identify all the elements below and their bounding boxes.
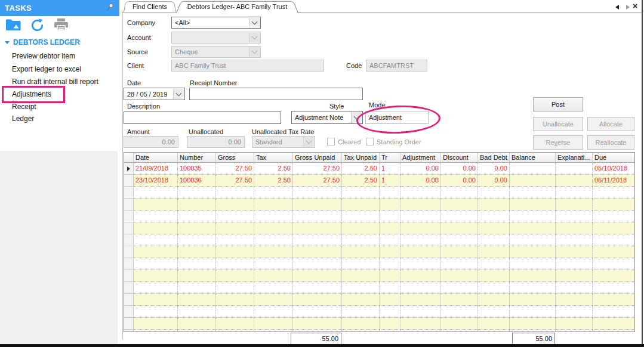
table-cell[interactable] bbox=[134, 270, 178, 282]
table-cell[interactable] bbox=[134, 199, 178, 210]
table-cell[interactable] bbox=[510, 282, 556, 294]
table-cell[interactable] bbox=[342, 318, 380, 330]
table-cell[interactable] bbox=[441, 199, 478, 210]
table-cell[interactable] bbox=[400, 282, 441, 294]
table-cell[interactable]: 2.50 bbox=[254, 163, 293, 175]
table-cell[interactable] bbox=[178, 222, 216, 234]
table-cell[interactable] bbox=[134, 282, 178, 294]
table-cell[interactable] bbox=[478, 199, 510, 210]
table-cell[interactable] bbox=[254, 222, 293, 234]
table-cell[interactable] bbox=[134, 330, 178, 332]
table-header-cell[interactable]: Number bbox=[178, 153, 216, 163]
description-input[interactable] bbox=[124, 111, 281, 124]
table-cell[interactable] bbox=[178, 270, 216, 282]
table-cell[interactable] bbox=[254, 199, 293, 210]
post-button[interactable]: Post bbox=[533, 97, 583, 111]
table-cell[interactable] bbox=[342, 294, 380, 306]
table-cell[interactable] bbox=[441, 270, 478, 282]
table-cell[interactable] bbox=[380, 318, 400, 330]
table-cell[interactable] bbox=[216, 234, 254, 246]
row-selector[interactable] bbox=[124, 282, 134, 294]
table-cell[interactable] bbox=[293, 258, 342, 270]
row-selector[interactable] bbox=[124, 330, 134, 332]
table-cell[interactable] bbox=[216, 222, 254, 234]
table-cell[interactable] bbox=[216, 306, 254, 318]
table-cell[interactable] bbox=[510, 199, 556, 210]
table-cell[interactable] bbox=[216, 330, 254, 332]
table-cell[interactable] bbox=[400, 306, 441, 318]
table-cell[interactable] bbox=[342, 306, 380, 318]
table-header-cell[interactable]: Gross Unpaid bbox=[293, 153, 342, 163]
table-cell[interactable] bbox=[254, 210, 293, 222]
table-cell[interactable]: 2.50 bbox=[342, 175, 380, 187]
row-selector[interactable] bbox=[124, 258, 134, 270]
table-cell[interactable] bbox=[178, 294, 216, 306]
table-cell[interactable] bbox=[254, 330, 293, 332]
table-cell[interactable] bbox=[134, 187, 178, 199]
table-cell[interactable] bbox=[441, 222, 478, 234]
amount-field[interactable]: 0.00 bbox=[124, 136, 178, 148]
table-cell[interactable] bbox=[556, 282, 593, 294]
table-cell[interactable] bbox=[593, 199, 635, 210]
table-cell[interactable] bbox=[293, 282, 342, 294]
source-select[interactable]: Cheque bbox=[171, 46, 261, 58]
table-cell[interactable] bbox=[380, 222, 400, 234]
table-cell[interactable] bbox=[254, 258, 293, 270]
table-cell[interactable]: 06/11/2018 bbox=[593, 175, 635, 187]
table-cell[interactable] bbox=[400, 258, 441, 270]
table-cell[interactable] bbox=[510, 210, 556, 222]
table-cell[interactable] bbox=[510, 306, 556, 318]
table-header-cell[interactable]: Bad Debt bbox=[478, 153, 510, 163]
table-cell[interactable] bbox=[216, 282, 254, 294]
table-header-cell[interactable]: Tr bbox=[380, 153, 400, 163]
table-cell[interactable] bbox=[478, 294, 510, 306]
chevron-down-icon[interactable] bbox=[173, 89, 184, 99]
table-cell[interactable]: 0.00 bbox=[400, 163, 441, 175]
table-header-cell[interactable]: Gross bbox=[216, 153, 254, 163]
table-cell[interactable] bbox=[556, 175, 593, 187]
table-cell[interactable] bbox=[556, 163, 593, 175]
table-cell[interactable] bbox=[400, 330, 441, 332]
table-cell[interactable] bbox=[380, 306, 400, 318]
table-cell[interactable] bbox=[293, 294, 342, 306]
table-cell[interactable] bbox=[593, 270, 635, 282]
table-cell[interactable] bbox=[293, 306, 342, 318]
chevron-down-icon[interactable] bbox=[351, 112, 362, 123]
table-cell[interactable] bbox=[178, 330, 216, 332]
table-cell[interactable] bbox=[556, 330, 593, 332]
table-cell[interactable] bbox=[293, 234, 342, 246]
table-cell[interactable] bbox=[400, 187, 441, 199]
table-cell[interactable]: 27.50 bbox=[293, 163, 342, 175]
table-cell[interactable] bbox=[254, 234, 293, 246]
table-cell[interactable] bbox=[342, 187, 380, 199]
table-cell[interactable] bbox=[400, 222, 441, 234]
table-cell[interactable] bbox=[441, 282, 478, 294]
table-cell[interactable] bbox=[380, 282, 400, 294]
account-select[interactable] bbox=[171, 32, 261, 44]
sidebar-section-debtors-ledger[interactable]: DEBTORS LEDGER bbox=[5, 38, 80, 47]
table-cell[interactable] bbox=[216, 187, 254, 199]
tab-scroll-left-icon[interactable] bbox=[615, 5, 619, 10]
table-cell[interactable] bbox=[593, 222, 635, 234]
table-cell[interactable] bbox=[593, 258, 635, 270]
table-cell[interactable] bbox=[216, 199, 254, 210]
table-cell[interactable]: 0.00 bbox=[441, 163, 478, 175]
table-cell[interactable] bbox=[593, 330, 635, 332]
table-cell[interactable] bbox=[342, 258, 380, 270]
table-cell[interactable] bbox=[178, 258, 216, 270]
row-selector[interactable] bbox=[124, 318, 134, 330]
table-cell[interactable]: 100035 bbox=[178, 163, 216, 175]
table-cell[interactable] bbox=[478, 318, 510, 330]
mode-field[interactable]: Adjustment bbox=[365, 111, 429, 124]
table-cell[interactable] bbox=[400, 294, 441, 306]
table-cell[interactable]: 1 bbox=[380, 175, 400, 187]
table-cell[interactable] bbox=[556, 306, 593, 318]
table-cell[interactable] bbox=[134, 294, 178, 306]
table-cell[interactable] bbox=[400, 210, 441, 222]
unallocate-button[interactable]: Unallocate bbox=[533, 117, 583, 131]
table-cell[interactable] bbox=[178, 306, 216, 318]
table-cell[interactable] bbox=[556, 318, 593, 330]
table-cell[interactable] bbox=[380, 187, 400, 199]
table-cell[interactable] bbox=[593, 318, 635, 330]
sidebar-item-receipt[interactable]: Receipt bbox=[12, 103, 36, 111]
